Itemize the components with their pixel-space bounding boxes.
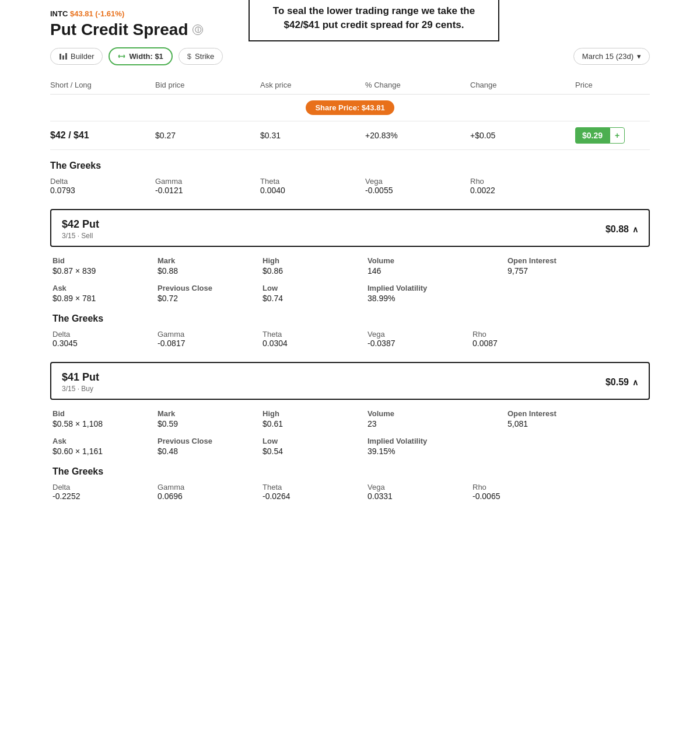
chevron-up-icon-41 (632, 377, 638, 388)
put42-greeks-grid: Delta 0.3045 Gamma -0.0817 Theta 0.0304 … (52, 330, 648, 348)
put41-open-interest: Open Interest 5,081 (508, 409, 648, 428)
toolbar: Builder Width: $1 $ Strike March 15 (23d… (50, 47, 650, 65)
put42-mark: Mark $0.88 (158, 256, 262, 276)
put41-price[interactable]: $0.59 (606, 377, 638, 388)
put42-open-interest: Open Interest 9,757 (508, 256, 648, 276)
builder-button[interactable]: Builder (50, 48, 103, 65)
annotation-box: To seal the lower trading range we take … (249, 0, 499, 41)
put41-bid: Bid $0.58 × 1,108 (52, 409, 158, 428)
put41-delta: Delta -0.2252 (52, 483, 158, 501)
put41-header: $41 Put 3/15 · Buy $0.59 (62, 371, 638, 393)
put41-prev-close: Previous Close $0.48 (158, 437, 262, 456)
width-icon (118, 53, 125, 60)
put41-volume: Volume 23 (368, 409, 508, 428)
put41-theta: Theta -0.0264 (262, 483, 368, 501)
put42-greeks-title: The Greeks (52, 313, 648, 324)
put42-title-group: $42 Put 3/15 · Sell (62, 218, 99, 240)
put41-greeks-section: The Greeks Delta -0.2252 Gamma 0.0696 Th… (52, 466, 648, 501)
put42-iv-empty (508, 284, 648, 303)
spread-greeks-section: The Greeks Delta 0.0793 Gamma -0.0121 Th… (50, 161, 650, 195)
put42-rho: Rho 0.0087 (473, 330, 578, 348)
put42-price[interactable]: $0.88 (606, 224, 638, 235)
strike-button[interactable]: $ Strike (178, 48, 223, 65)
chevron-down-icon: ▾ (637, 52, 641, 61)
put41-card: $41 Put 3/15 · Buy $0.59 (50, 362, 650, 400)
put41-greeks-title: The Greeks (52, 466, 648, 477)
spread-greeks-title: The Greeks (50, 161, 650, 171)
price-cell: $0.29 + (575, 127, 650, 144)
put41-vega: Vega 0.0331 (368, 483, 473, 501)
put41-stats: Bid $0.58 × 1,108 Mark $0.59 High $0.61 … (50, 409, 650, 501)
table-header: Short / Long Bid price Ask price % Chang… (50, 76, 650, 95)
price-value: $0.29 (575, 127, 610, 144)
put42-subtitle: 3/15 · Sell (62, 232, 99, 240)
info-icon[interactable]: ⓘ (192, 25, 203, 35)
put42-high: High $0.86 (262, 256, 368, 276)
put41-ask: Ask $0.60 × 1,161 (52, 437, 158, 456)
put41-title-group: $41 Put 3/15 · Buy (62, 371, 99, 393)
spread-vega: Vega -0.0055 (365, 177, 470, 195)
svg-rect-2 (65, 53, 67, 60)
put42-iv: Implied Volatility 38.99% (368, 284, 508, 303)
put42-stats-grid: Bid $0.87 × 839 Mark $0.88 High $0.86 Vo… (52, 256, 648, 303)
put41-high: High $0.61 (262, 409, 368, 428)
spread-row: $42 / $41 $0.27 $0.31 +20.83% +$0.05 $0.… (50, 121, 650, 150)
put41-mark: Mark $0.59 (158, 409, 262, 428)
put41-rho: Rho -0.0065 (473, 483, 578, 501)
share-price-badge: Share Price: $43.81 (306, 100, 394, 115)
put41-greeks-grid: Delta -0.2252 Gamma 0.0696 Theta -0.0264… (52, 483, 648, 501)
spread-rho: Rho 0.0022 (470, 177, 575, 195)
share-price-row: Share Price: $43.81 (50, 95, 650, 121)
chevron-up-icon (632, 224, 638, 235)
put42-title: $42 Put (62, 218, 99, 231)
put42-bid: Bid $0.87 × 839 (52, 256, 158, 276)
put41-subtitle: 3/15 · Buy (62, 385, 99, 393)
dollar-icon: $ (187, 52, 191, 61)
svg-rect-0 (60, 54, 61, 60)
spread-greeks-grid: Delta 0.0793 Gamma -0.0121 Theta 0.0040 … (50, 177, 650, 195)
put41-iv-empty (508, 437, 648, 456)
put42-ask: Ask $0.89 × 781 (52, 284, 158, 303)
put41-title: $41 Put (62, 371, 99, 384)
put42-volume: Volume 146 (368, 256, 508, 276)
put42-delta: Delta 0.3045 (52, 330, 158, 348)
put41-iv: Implied Volatility 39.15% (368, 437, 508, 456)
spread-label: $42 / $41 (50, 130, 155, 141)
put42-stats: Bid $0.87 × 839 Mark $0.88 High $0.86 Vo… (50, 256, 650, 348)
price-plus-button[interactable]: + (610, 127, 625, 144)
put42-header: $42 Put 3/15 · Sell $0.88 (62, 218, 638, 240)
put41-stats-grid: Bid $0.58 × 1,108 Mark $0.59 High $0.61 … (52, 409, 648, 456)
put41-gamma: Gamma 0.0696 (158, 483, 262, 501)
spread-gamma: Gamma -0.0121 (155, 177, 260, 195)
put42-vega: Vega -0.0387 (368, 330, 473, 348)
put42-low: Low $0.74 (262, 284, 368, 303)
ticker-symbol: INTC (50, 9, 68, 18)
put42-greeks-section: The Greeks Delta 0.3045 Gamma -0.0817 Th… (52, 313, 648, 348)
spread-delta: Delta 0.0793 (50, 177, 155, 195)
expiry-button[interactable]: March 15 (23d) ▾ (573, 48, 650, 65)
builder-icon (59, 53, 67, 61)
ticker-price: $43.81 (-1.61%) (70, 9, 124, 18)
width-button[interactable]: Width: $1 (108, 47, 172, 65)
put42-theta: Theta 0.0304 (262, 330, 368, 348)
put42-card: $42 Put 3/15 · Sell $0.88 (50, 209, 650, 247)
put42-gamma: Gamma -0.0817 (158, 330, 262, 348)
put42-prev-close: Previous Close $0.72 (158, 284, 262, 303)
spread-theta: Theta 0.0040 (260, 177, 365, 195)
svg-rect-1 (62, 55, 64, 60)
put41-low: Low $0.54 (262, 437, 368, 456)
